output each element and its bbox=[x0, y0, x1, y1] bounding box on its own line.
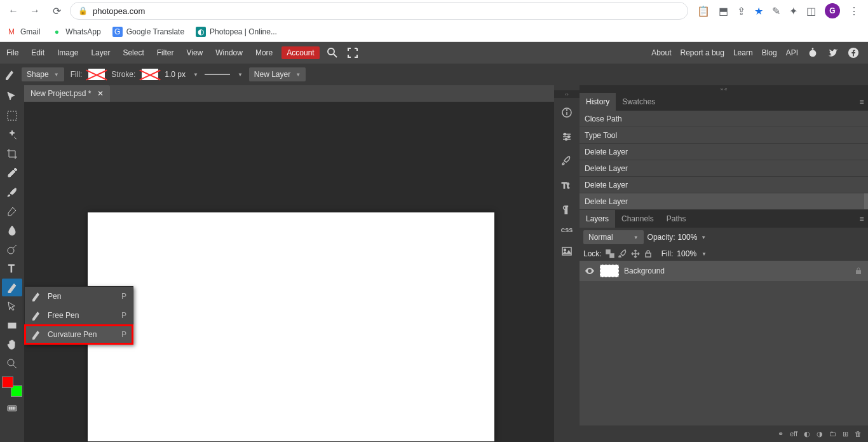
menu-layer[interactable]: Layer bbox=[85, 42, 116, 64]
layer-name[interactable]: Background bbox=[624, 266, 665, 275]
install-icon[interactable]: ⬒ bbox=[719, 5, 728, 17]
canvas[interactable] bbox=[88, 212, 494, 441]
hand-tool[interactable] bbox=[2, 336, 22, 354]
shape-tool[interactable] bbox=[2, 317, 22, 335]
character-panel-icon[interactable]: Tt bbox=[557, 176, 576, 195]
sidepanel-icon[interactable]: ◫ bbox=[806, 5, 816, 17]
account-button[interactable]: Account bbox=[281, 46, 319, 59]
canvas-area[interactable] bbox=[24, 102, 554, 442]
new-layer-icon[interactable]: ⊞ bbox=[843, 430, 848, 438]
bookmark-photopea[interactable]: ◐ Photopea | Online... bbox=[196, 27, 277, 37]
lock-transparency-icon[interactable] bbox=[606, 249, 614, 258]
menu-more[interactable]: More bbox=[249, 42, 279, 64]
tab-history[interactable]: History bbox=[580, 93, 616, 111]
foreground-color[interactable] bbox=[2, 376, 13, 388]
link-api[interactable]: API bbox=[786, 48, 798, 57]
blur-tool[interactable] bbox=[2, 221, 22, 239]
link-blog[interactable]: Blog bbox=[762, 48, 777, 57]
adjustments-panel-icon[interactable] bbox=[557, 127, 576, 146]
back-button[interactable]: ← bbox=[5, 3, 22, 19]
menu-window[interactable]: Window bbox=[209, 42, 249, 64]
share-icon[interactable]: ⇪ bbox=[737, 5, 745, 17]
layer-row[interactable]: Background bbox=[580, 261, 868, 281]
history-item[interactable]: Type Tool bbox=[580, 127, 868, 144]
quick-mask-tool[interactable] bbox=[2, 399, 22, 417]
lock-icon[interactable] bbox=[854, 266, 863, 275]
fill-swatch[interactable] bbox=[88, 69, 105, 80]
lock-all-icon[interactable] bbox=[644, 249, 653, 258]
stroke-swatch[interactable] bbox=[142, 69, 158, 80]
menu-edit[interactable]: Edit bbox=[25, 42, 51, 64]
menu-image[interactable]: Image bbox=[51, 42, 85, 64]
link-layers-icon[interactable]: ⚭ bbox=[778, 430, 783, 438]
chevron-down-icon[interactable]: ▼ bbox=[193, 72, 198, 78]
chevron-down-icon[interactable]: ▼ bbox=[702, 251, 707, 257]
visibility-icon[interactable] bbox=[585, 266, 595, 276]
chevron-down-icon[interactable]: ▼ bbox=[238, 72, 243, 78]
tab-layers[interactable]: Layers bbox=[580, 210, 615, 228]
extensions-icon[interactable]: ✦ bbox=[789, 5, 797, 17]
css-panel-icon[interactable]: CSS bbox=[557, 224, 576, 237]
menu-filter[interactable]: Filter bbox=[151, 42, 180, 64]
eraser-tool[interactable] bbox=[2, 202, 22, 220]
paragraph-panel-icon[interactable]: ¶ bbox=[557, 200, 576, 219]
zoom-tool[interactable] bbox=[2, 355, 22, 373]
stroke-width[interactable]: 1.0 px bbox=[165, 70, 186, 79]
lock-move-icon[interactable] bbox=[631, 249, 640, 258]
eyedropper-tool[interactable] bbox=[2, 164, 22, 182]
close-icon[interactable]: ✕ bbox=[97, 89, 104, 98]
bookmark-whatsapp[interactable]: ● WhatsApp bbox=[51, 27, 100, 37]
delete-icon[interactable]: 🗑 bbox=[855, 430, 862, 438]
tab-channels[interactable]: Channels bbox=[615, 210, 660, 228]
dodge-tool[interactable] bbox=[2, 240, 22, 258]
link-learn[interactable]: Learn bbox=[733, 48, 753, 57]
flyout-curvature-pen[interactable]: Curvature Pen P bbox=[25, 325, 133, 344]
new-layer-dropdown[interactable]: New Layer▼ bbox=[249, 67, 306, 81]
profile-avatar[interactable]: G bbox=[825, 3, 840, 18]
blend-mode-select[interactable]: Normal▼ bbox=[583, 230, 644, 244]
history-item[interactable]: Close Path bbox=[580, 111, 868, 127]
menu-select[interactable]: Select bbox=[116, 42, 150, 64]
history-item[interactable]: Delete Layer bbox=[580, 193, 868, 210]
twitter-icon[interactable] bbox=[827, 47, 839, 59]
type-tool[interactable]: T bbox=[2, 259, 22, 277]
fill-value[interactable]: 100% bbox=[677, 249, 696, 258]
history-item[interactable]: Delete Layer bbox=[580, 177, 868, 193]
tab-paths[interactable]: Paths bbox=[660, 210, 693, 228]
reload-button[interactable]: ⟳ bbox=[48, 3, 65, 19]
tab-swatches[interactable]: Swatches bbox=[616, 93, 661, 111]
search-icon[interactable] bbox=[326, 46, 339, 59]
bookmark-gmail[interactable]: M Gmail bbox=[6, 27, 40, 37]
lock-paint-icon[interactable] bbox=[618, 249, 627, 258]
menu-view[interactable]: View bbox=[180, 42, 209, 64]
flyout-free-pen[interactable]: Free Pen P bbox=[25, 306, 133, 325]
eyedropper-extension-icon[interactable]: ✎ bbox=[772, 5, 780, 17]
wand-tool[interactable] bbox=[2, 126, 22, 144]
crop-tool[interactable] bbox=[2, 145, 22, 163]
brush-panel-icon[interactable] bbox=[557, 151, 576, 170]
chevron-down-icon[interactable]: ▼ bbox=[701, 235, 706, 240]
stroke-style[interactable] bbox=[205, 74, 230, 75]
link-report[interactable]: Report a bug bbox=[681, 48, 724, 57]
mask-icon[interactable]: ◐ bbox=[804, 430, 810, 438]
layer-thumbnail[interactable] bbox=[600, 265, 619, 277]
panel-menu-icon[interactable]: ≡ bbox=[855, 214, 868, 223]
link-about[interactable]: About bbox=[651, 48, 671, 57]
kebab-menu-icon[interactable]: ⋮ bbox=[849, 5, 859, 17]
path-select-tool[interactable] bbox=[2, 298, 22, 315]
reddit-icon[interactable] bbox=[807, 47, 818, 59]
history-item[interactable]: Delete Layer bbox=[580, 144, 868, 160]
clipboard-icon[interactable]: 📋 bbox=[697, 5, 710, 17]
effects-button[interactable]: eff bbox=[790, 430, 797, 438]
move-tool[interactable] bbox=[2, 88, 22, 106]
info-panel-icon[interactable] bbox=[557, 103, 576, 122]
adjustment-icon[interactable]: ◑ bbox=[817, 430, 823, 438]
fullscreen-icon[interactable] bbox=[346, 46, 359, 59]
bookmark-star-icon[interactable]: ★ bbox=[754, 5, 763, 17]
history-item[interactable]: Delete Layer bbox=[580, 160, 868, 177]
url-bar[interactable]: 🔒 photopea.com bbox=[70, 2, 688, 20]
bookmark-google-translate[interactable]: G Google Translate bbox=[112, 27, 184, 37]
brush-tool[interactable] bbox=[2, 183, 22, 201]
folder-icon[interactable]: 🗀 bbox=[829, 430, 836, 438]
flyout-pen[interactable]: Pen P bbox=[25, 287, 133, 306]
